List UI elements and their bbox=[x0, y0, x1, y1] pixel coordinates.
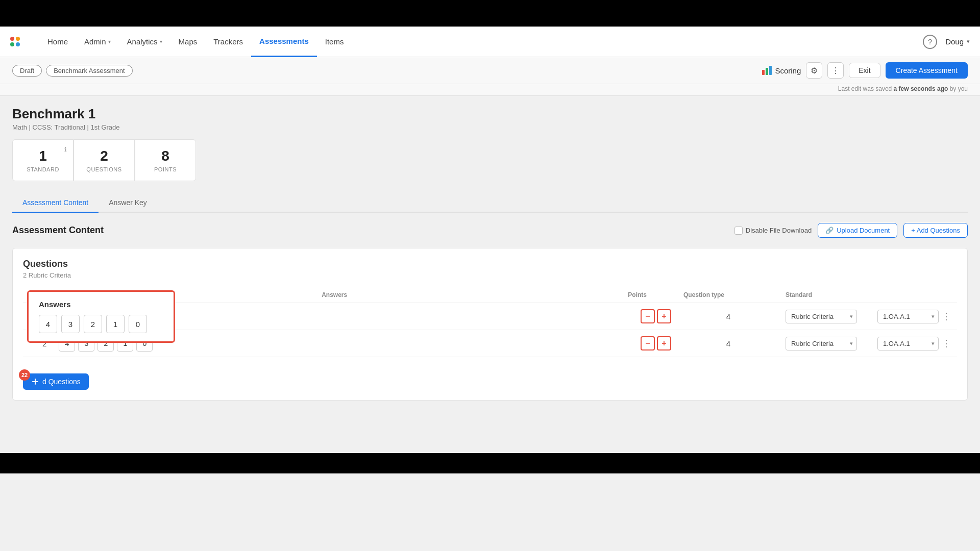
stat-number-points: 8 bbox=[148, 148, 183, 164]
answers-popup-title: Answers bbox=[39, 300, 163, 309]
navbar: Home Admin ▾ Analytics ▾ Maps Trackers A… bbox=[0, 27, 980, 57]
popup-answer-0[interactable]: 0 bbox=[129, 315, 147, 333]
nav-maps[interactable]: Maps bbox=[170, 27, 206, 57]
nav-admin[interactable]: Admin ▾ bbox=[76, 27, 119, 57]
row1-question-type-select[interactable]: Rubric Criteria bbox=[786, 310, 857, 323]
user-menu[interactable]: Doug ▾ bbox=[945, 37, 970, 46]
settings-button[interactable]: ⚙ bbox=[806, 62, 822, 79]
assessment-title-section: Benchmark 1 Math | CCSS: Traditional | 1… bbox=[12, 106, 968, 131]
draft-badge[interactable]: Draft bbox=[12, 65, 42, 77]
tab-answer-key[interactable]: Answer Key bbox=[99, 193, 157, 213]
nav-trackers[interactable]: Trackers bbox=[205, 27, 251, 57]
stat-card-points: 8 POINTS bbox=[135, 139, 196, 181]
add-questions-top-button[interactable]: + Add Questions bbox=[903, 223, 968, 238]
nav-items: Home Admin ▾ Analytics ▾ Maps Trackers A… bbox=[39, 27, 923, 57]
main-content: Benchmark 1 Math | CCSS: Traditional | 1… bbox=[0, 96, 980, 453]
nav-home[interactable]: Home bbox=[39, 27, 76, 57]
bar-red bbox=[762, 70, 765, 75]
add-questions-bottom-button[interactable]: 22 d Questions bbox=[23, 373, 89, 390]
admin-chevron-icon: ▾ bbox=[108, 39, 111, 44]
top-bar bbox=[0, 0, 980, 27]
popup-answer-4[interactable]: 4 bbox=[39, 315, 57, 333]
rubric-subtitle: 2 Rubric Criteria bbox=[23, 271, 957, 279]
row2-standard-select[interactable]: 1.OA.A.1 bbox=[877, 337, 939, 350]
popup-answer-2[interactable]: 2 bbox=[84, 315, 102, 333]
row2-points-cell: − + bbox=[616, 330, 677, 357]
stats-row: ℹ 1 STANDARD 2 QUESTIONS 8 POINTS bbox=[12, 139, 968, 181]
row2-standard-cell: 1.OA.A.1 ⋮ bbox=[871, 330, 957, 357]
row1-question-type-cell: Rubric Criteria bbox=[779, 303, 871, 330]
logo[interactable] bbox=[10, 37, 24, 46]
logo-dot-4 bbox=[16, 42, 20, 46]
row2-points-value: 4 bbox=[677, 330, 779, 357]
assessment-subtitle: Math | CCSS: Traditional | 1st Grade bbox=[12, 123, 968, 131]
row1-standard-wrapper: 1.OA.A.1 bbox=[877, 310, 939, 323]
popup-answer-3[interactable]: 3 bbox=[61, 315, 80, 333]
row1-more-icon[interactable]: ⋮ bbox=[942, 311, 951, 322]
upload-document-button[interactable]: 🔗 Upload Document bbox=[818, 223, 897, 238]
benchmark-badge[interactable]: Benchmark Assessment bbox=[46, 65, 132, 77]
logo-dot-3 bbox=[10, 42, 14, 46]
toolbar-left: Draft Benchmark Assessment bbox=[12, 65, 133, 77]
toolbar-right: Scoring ⚙ ⋮ Exit Create Assessment bbox=[762, 62, 968, 79]
stat-card-questions: 2 QUESTIONS bbox=[74, 139, 135, 181]
disable-download-label[interactable]: Disable File Download bbox=[734, 227, 812, 235]
stat-number-questions: 2 bbox=[86, 148, 122, 164]
disable-download-checkbox[interactable] bbox=[734, 227, 743, 235]
col-question-type: Question type bbox=[677, 287, 779, 303]
stat-label-questions: QUESTIONS bbox=[86, 166, 122, 172]
add-plus-icon bbox=[31, 378, 39, 386]
bar-green bbox=[766, 68, 768, 75]
toolbar: Draft Benchmark Assessment Scoring ⚙ ⋮ E… bbox=[0, 57, 980, 84]
logo-dot-2 bbox=[16, 37, 20, 41]
popup-answer-1[interactable]: 1 bbox=[106, 315, 125, 333]
row2-question-type-select[interactable]: Rubric Criteria bbox=[786, 337, 857, 350]
row2-more-icon[interactable]: ⋮ bbox=[942, 338, 951, 349]
nav-analytics[interactable]: Analytics ▾ bbox=[119, 27, 170, 57]
row1-standard-cell: 1.OA.A.1 ⋮ bbox=[871, 303, 957, 330]
row1-stepper: − + bbox=[622, 309, 671, 323]
analytics-chevron-icon: ▾ bbox=[160, 39, 162, 44]
user-name: Doug bbox=[945, 37, 964, 46]
tab-assessment-content[interactable]: Assessment Content bbox=[12, 193, 99, 213]
nav-assessments[interactable]: Assessments bbox=[251, 27, 317, 57]
row2-plus-button[interactable]: + bbox=[657, 336, 671, 350]
stat-number-standard: 1 bbox=[25, 148, 61, 164]
stat-label-standard: STANDARD bbox=[25, 166, 61, 172]
section-actions: Disable File Download 🔗 Upload Document … bbox=[734, 223, 968, 238]
tab-bar: Assessment Content Answer Key bbox=[12, 193, 968, 213]
questions-panel-title: Questions bbox=[23, 259, 957, 269]
row1-question-type-wrapper: Rubric Criteria bbox=[786, 310, 857, 323]
row1-standard-select[interactable]: 1.OA.A.1 bbox=[877, 310, 939, 323]
scoring-icon bbox=[762, 66, 772, 75]
questions-panel: Questions 2 Rubric Criteria Answers Poin… bbox=[12, 248, 968, 400]
nav-items[interactable]: Items bbox=[317, 27, 352, 57]
section-title: Assessment Content bbox=[12, 225, 104, 236]
row2-stepper: − + bbox=[622, 336, 671, 350]
stat-card-standard: ℹ 1 STANDARD bbox=[12, 139, 74, 181]
last-edit-bar: Last edit was saved a few seconds ago by… bbox=[0, 84, 980, 96]
info-icon[interactable]: ℹ bbox=[64, 146, 67, 153]
logo-dot-1 bbox=[10, 37, 14, 41]
col-standard: Standard bbox=[779, 287, 871, 303]
row2-minus-button[interactable]: − bbox=[641, 336, 655, 350]
create-assessment-button[interactable]: Create Assessment bbox=[886, 62, 968, 79]
col-actions bbox=[871, 287, 957, 303]
help-button[interactable]: ? bbox=[923, 35, 937, 49]
link-icon: 🔗 bbox=[825, 227, 834, 234]
bottom-bar bbox=[0, 453, 980, 473]
answers-popup: Answers 4 3 2 1 0 bbox=[27, 290, 175, 343]
bar-blue bbox=[769, 66, 772, 75]
row2-question-type-cell: Rubric Criteria bbox=[779, 330, 871, 357]
more-options-button[interactable]: ⋮ bbox=[827, 62, 844, 79]
row1-plus-button[interactable]: + bbox=[657, 309, 671, 323]
logo-dots bbox=[10, 37, 20, 46]
row1-minus-button[interactable]: − bbox=[641, 309, 655, 323]
stat-label-points: POINTS bbox=[148, 166, 183, 172]
scoring-button[interactable]: Scoring bbox=[762, 66, 801, 75]
row1-points-cell: − + bbox=[616, 303, 677, 330]
row2-standard-wrapper: 1.OA.A.1 bbox=[877, 337, 939, 350]
assessment-title: Benchmark 1 bbox=[12, 106, 968, 122]
row2-question-type-wrapper: Rubric Criteria bbox=[786, 337, 857, 350]
exit-button[interactable]: Exit bbox=[849, 63, 880, 78]
